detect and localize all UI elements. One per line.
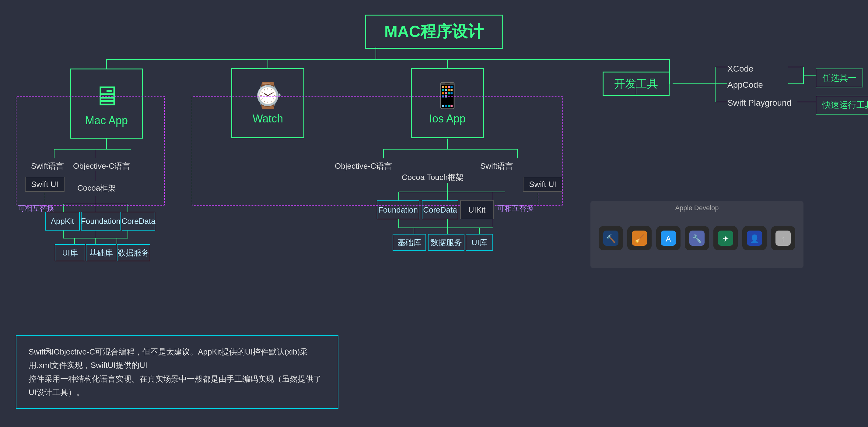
choice1-box: 任选其一 xyxy=(816,68,863,87)
main-title: MAC程序设计 xyxy=(365,15,503,49)
mac-uilib-box: UI库 xyxy=(55,244,85,261)
mac-cocoa-label: Cocoa框架 xyxy=(77,183,116,193)
ios-objc-label: Objective-C语言 xyxy=(335,161,392,171)
apple-icons-row: 🔨 🧹 A 🔧 ✈ xyxy=(590,214,804,262)
note-box: Swift和Objective-C可混合编程，但不是太建议。AppKit提供的U… xyxy=(16,335,338,409)
mac-coredata-box: CoreData xyxy=(122,212,155,231)
mac-swift-label: Swift语言 xyxy=(31,161,64,171)
mac-appkit-box: AppKit xyxy=(45,212,80,231)
xcode-label: XCode xyxy=(727,64,753,74)
svg-text:↑: ↑ xyxy=(781,234,785,243)
mac-foundation-box: Foundation xyxy=(81,212,121,231)
devtool-box: 开发工具 xyxy=(602,72,670,96)
ios-coredata-box: CoreData xyxy=(422,200,458,219)
app-icon-broom: 🧹 xyxy=(627,226,652,250)
mac-dataservice-box: 数据服务 xyxy=(117,244,150,261)
svg-text:👤: 👤 xyxy=(750,234,760,244)
app-icon-xcode: 🔨 xyxy=(599,226,623,250)
mac-objc-label: Objective-C语言 xyxy=(73,161,130,171)
ios-swift-label: Swift语言 xyxy=(480,161,513,171)
mac-swiftui-box: Swift UI xyxy=(25,177,64,192)
svg-text:✈: ✈ xyxy=(722,234,729,243)
app-icon-testflight: ✈ xyxy=(713,226,738,250)
ios-foundation-box: Foundation xyxy=(377,200,420,219)
swift-playground-label: Swift Playground xyxy=(727,98,791,108)
ios-uilib-box: UI库 xyxy=(466,234,493,251)
app-icon-transporter: 👤 xyxy=(742,226,767,250)
ios-replace-label: 可相互替换 xyxy=(497,203,534,213)
app-icon-upload: ↑ xyxy=(771,226,795,250)
svg-text:🔨: 🔨 xyxy=(606,234,616,244)
ios-dashed-container xyxy=(192,96,563,206)
choice2-box: 快速运行工具 xyxy=(816,96,868,115)
mac-replace-label: 可相互替换 xyxy=(18,203,54,213)
ios-swiftui-box: Swift UI xyxy=(523,177,562,192)
svg-text:🔧: 🔧 xyxy=(692,234,702,244)
apple-panel-title: Apple Develop xyxy=(590,201,804,214)
ios-baselib-box: 基础库 xyxy=(393,234,426,251)
appcode-label: AppCode xyxy=(727,80,763,90)
note-text: Swift和Objective-C可混合编程，但不是太建议。AppKit提供的U… xyxy=(29,347,321,397)
apple-panel: Apple Develop 🔨 🧹 A 🔧 xyxy=(590,201,804,268)
ios-uikit-box: UIKit xyxy=(460,200,494,219)
ios-cocoa-label: Cocoa Touch框架 xyxy=(402,172,464,183)
app-icon-instruments: 🔧 xyxy=(685,226,709,250)
app-icon-appstore: A xyxy=(656,226,681,250)
mac-baselib-box: 基础库 xyxy=(86,244,116,261)
svg-text:🧹: 🧹 xyxy=(634,234,645,244)
svg-text:A: A xyxy=(665,234,671,243)
ios-dataservice-box: 数据服务 xyxy=(428,234,464,251)
